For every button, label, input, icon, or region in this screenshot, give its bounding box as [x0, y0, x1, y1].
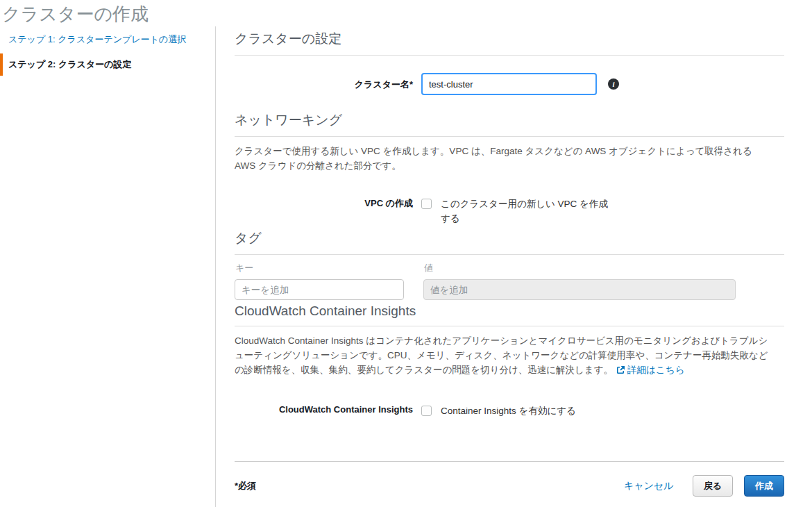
cluster-name-label: クラスター名* — [235, 73, 413, 91]
details-link-label: 詳細はこちら — [627, 365, 684, 375]
details-link[interactable]: 詳細はこちら — [613, 365, 684, 375]
tags-grid: キー 値 — [235, 255, 784, 300]
vpc-checkbox-label: このクラスター用の新しい VPC を作成する — [441, 195, 614, 226]
cloudwatch-description: CloudWatch Container Insights はコンテナ化されたア… — [235, 333, 769, 379]
networking-description: クラスターで使用する新しい VPC を作成します。VPC は、Fargate タ… — [235, 144, 769, 173]
tags-heading: タグ — [235, 226, 784, 255]
steps-sidebar: ステップ 1: クラスターテンプレートの選択 ステップ 2: クラスターの設定 — [0, 26, 215, 507]
create-button[interactable]: 作成 — [744, 475, 784, 497]
section-tags: タグ キー 値 — [235, 226, 784, 300]
tag-key-input[interactable] — [235, 279, 404, 300]
insights-row: CloudWatch Container Insights Container … — [235, 402, 784, 418]
cloudwatch-heading: CloudWatch Container Insights — [235, 300, 784, 326]
insights-checkbox[interactable] — [421, 406, 432, 416]
cluster-name-row: クラスター名* i — [235, 73, 784, 95]
tag-value-header: 値 — [424, 262, 736, 274]
tag-value-column: 値 — [423, 255, 736, 300]
tag-key-column: キー — [235, 255, 404, 300]
section-networking: ネットワーキング クラスターで使用する新しい VPC を作成します。VPC は、… — [235, 108, 784, 226]
insights-checkbox-label: Container Insights を有効にする — [441, 402, 576, 418]
sidebar-step-2: ステップ 2: クラスターの設定 — [0, 53, 215, 76]
vpc-checkbox[interactable] — [421, 199, 432, 209]
page-layout: ステップ 1: クラスターテンプレートの選択 ステップ 2: クラスターの設定 … — [0, 26, 812, 507]
cluster-name-input[interactable] — [421, 73, 597, 95]
tag-value-input[interactable] — [423, 279, 736, 300]
required-note: *必須 — [235, 480, 256, 492]
tag-key-header: キー — [235, 262, 404, 274]
page-title: クラスターの作成 — [0, 0, 812, 26]
info-icon[interactable]: i — [608, 78, 619, 90]
footer-actions: キャンセル 戻る 作成 — [624, 475, 784, 497]
section-cloudwatch: CloudWatch Container Insights CloudWatch… — [235, 300, 784, 418]
cancel-link[interactable]: キャンセル — [624, 480, 674, 492]
section-cluster-config: クラスターの設定 クラスター名* i — [235, 26, 784, 108]
back-button[interactable]: 戻る — [693, 475, 733, 497]
networking-heading: ネットワーキング — [235, 108, 784, 137]
external-link-icon — [616, 364, 625, 379]
create-cluster-page: クラスターの作成 ステップ 1: クラスターテンプレートの選択 ステップ 2: … — [0, 0, 812, 507]
cluster-config-heading: クラスターの設定 — [235, 26, 784, 56]
vpc-row: VPC の作成 このクラスター用の新しい VPC を作成する — [235, 195, 784, 226]
insights-label: CloudWatch Container Insights — [235, 402, 413, 415]
footer: *必須 キャンセル 戻る 作成 — [235, 462, 784, 507]
cloudwatch-description-text: CloudWatch Container Insights はコンテナ化されたア… — [235, 335, 768, 375]
vpc-label: VPC の作成 — [235, 195, 413, 210]
main-content: クラスターの設定 クラスター名* i ネットワーキング クラスターで使用する新し… — [215, 26, 812, 507]
sidebar-step-1[interactable]: ステップ 1: クラスターテンプレートの選択 — [0, 28, 215, 51]
